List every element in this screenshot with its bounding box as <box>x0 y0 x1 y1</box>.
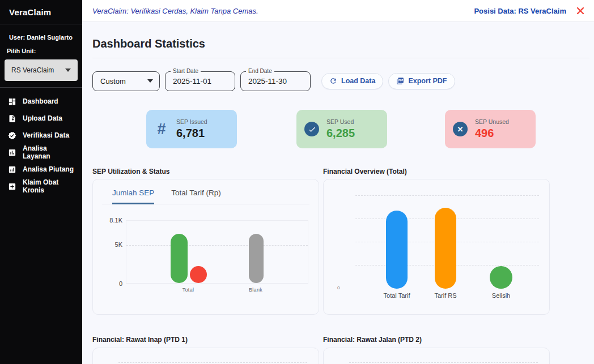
app-logo: VeraClaim <box>0 0 82 24</box>
gridline <box>118 362 307 363</box>
rawat-inap-card <box>92 348 319 364</box>
pdf-icon <box>396 77 404 85</box>
unit-select-label: Pilih Unit: <box>7 48 73 54</box>
divider <box>0 24 82 24</box>
section-title: SEP Utilization & Status <box>92 168 319 176</box>
sidebar-item-label: Klaim Obat Kronis <box>23 178 74 194</box>
file-upload-icon <box>8 114 16 123</box>
filter-row: Custom Start Date 2025-11-01 End Date 20… <box>92 70 589 92</box>
sidebar-item-label: Upload Data <box>23 114 62 122</box>
tab-total-tarif[interactable]: Total Tarif (Rp) <box>171 189 221 204</box>
x-label-total-tarif: Total Tarif <box>371 292 422 299</box>
chart-tabs: Jumlah SEP Total Tarif (Rp) <box>102 189 309 204</box>
data-position-label: Posisi Data: RS VeraClaim <box>474 7 566 15</box>
date-range-select[interactable]: Custom <box>92 71 160 91</box>
y-tick-zero: 0 <box>337 285 340 290</box>
sidebar-item-dashboard[interactable]: Dashboard <box>0 93 82 110</box>
x-label-selisih: Selisih <box>476 292 527 299</box>
stat-value: 496 <box>475 127 509 140</box>
y-tick: 5K <box>102 241 122 248</box>
export-pdf-label: Export PDF <box>408 77 447 85</box>
section-title: Financial: Rawat Inap (PTD 1) <box>92 336 319 344</box>
start-date-field[interactable]: Start Date 2025-11-01 <box>165 71 235 91</box>
fin-bar-0 <box>386 211 408 289</box>
main-content: Dashboard Statistics Custom Start Date 2… <box>82 22 594 364</box>
check-circle-icon <box>304 122 319 136</box>
section-title: Financial Overview (Total) <box>323 168 550 176</box>
section-title: Financial: Rawat Jalan (PTD 2) <box>323 336 550 344</box>
sidebar-item-analisa-piutang[interactable]: Analisa Piutang <box>0 161 82 178</box>
verified-badge-icon <box>8 131 16 140</box>
bar-sep-unused <box>190 266 207 283</box>
stat-card: ✕ SEP Unused 496 <box>445 110 536 148</box>
end-date-label: End Date <box>246 68 274 74</box>
sidebar-item-label: Analisa Layanan <box>23 144 74 160</box>
plot-area <box>126 220 308 284</box>
end-date-field[interactable]: End Date 2025-11-30 <box>240 71 311 91</box>
stat-label: SEP Unused <box>475 118 509 125</box>
gridline <box>355 195 539 196</box>
export-pdf-button[interactable]: Export PDF <box>388 73 455 89</box>
financial-overview-section: Financial Overview (Total) 0 Total Tarif… <box>323 168 550 315</box>
analytics-icon <box>8 165 16 174</box>
plot-area <box>355 196 539 289</box>
start-date-label: Start Date <box>171 68 201 74</box>
rawat-jalan-card <box>323 348 550 364</box>
load-data-label: Load Data <box>341 77 375 85</box>
x-label-blank: Blank <box>236 287 275 293</box>
divider <box>0 87 82 88</box>
sidebar-item-verifikasi-data[interactable]: Verifikasi Data <box>0 127 82 144</box>
bar-sep-used <box>171 234 188 283</box>
app-tagline: VeraClaim: Verifikasi Cerdas, Klaim Tanp… <box>92 7 258 15</box>
bar-blank <box>249 234 264 283</box>
unit-select[interactable]: RS VeraClaim <box>5 59 78 81</box>
x-label-total: Total <box>168 287 208 293</box>
sidebar-item-label: Dashboard <box>23 97 58 105</box>
sep-utilization-section: SEP Utilization & Status Jumlah SEP Tota… <box>92 168 319 315</box>
stat-value: 6,285 <box>326 127 355 140</box>
sep-chart: 8.1K 5K 0 Total Blank <box>102 215 309 298</box>
gridline <box>349 362 538 363</box>
dashboard-icon <box>8 97 16 106</box>
hash-icon: # <box>154 121 169 138</box>
x-circle-icon: ✕ <box>453 122 468 136</box>
x-label-tarif-rs: Tarif RS <box>420 292 471 299</box>
sidebar-item-klaim-obat-kronis[interactable]: Klaim Obat Kronis <box>0 178 82 195</box>
refresh-icon <box>329 77 337 85</box>
caret-down-icon <box>147 79 153 83</box>
sidebar-item-label: Analisa Piutang <box>23 165 74 173</box>
user-info: User: Daniel Sugiarto <box>9 34 73 41</box>
page-title: Dashboard Statistics <box>92 37 589 50</box>
sidebar-item-label: Verifikasi Data <box>23 131 69 139</box>
stat-label: SEP Issued <box>176 118 207 125</box>
load-data-button[interactable]: Load Data <box>321 73 383 89</box>
stat-label: SEP Used <box>326 118 355 125</box>
gridline-5k <box>126 245 308 246</box>
date-range-value: Custom <box>100 77 126 85</box>
top-bar: VeraClaim: Verifikasi Cerdas, Klaim Tanp… <box>82 0 594 22</box>
bar-chart-icon <box>8 148 16 157</box>
caret-down-icon <box>65 68 71 72</box>
stat-value: 6,781 <box>176 127 207 140</box>
rawat-inap-section: Financial: Rawat Inap (PTD 1) <box>92 336 319 364</box>
start-date-value: 2025-11-01 <box>173 77 211 85</box>
rawat-jalan-section: Financial: Rawat Jalan (PTD 2) <box>323 336 550 364</box>
end-date-value: 2025-11-30 <box>248 77 287 85</box>
sep-utilization-card: Jumlah SEP Total Tarif (Rp) 8.1K 5K 0 To… <box>92 179 319 315</box>
stat-cards-row: # SEP Issued 6,781 SEP Used 6,285 ✕ SEP … <box>92 110 589 148</box>
sidebar-nav: Dashboard Upload Data Verifikasi Data An… <box>0 93 82 195</box>
close-icon[interactable] <box>576 6 585 15</box>
add-box-icon <box>8 182 16 191</box>
stat-card: # SEP Issued 6,781 <box>146 110 237 148</box>
sidebar-item-analisa-layanan[interactable]: Analisa Layanan <box>0 144 82 161</box>
sidebar-item-upload-data[interactable]: Upload Data <box>0 110 82 127</box>
tab-jumlah-sep[interactable]: Jumlah SEP <box>112 189 154 204</box>
fin-bar-2 <box>490 266 512 289</box>
unit-select-value: RS VeraClaim <box>11 66 54 74</box>
divider <box>92 58 589 58</box>
fin-bar-1 <box>435 208 456 289</box>
y-tick: 0 <box>102 280 122 287</box>
financial-overview-card: 0 Total Tarif Tarif RS Selisih <box>323 179 550 315</box>
y-tick: 8.1K <box>102 217 122 224</box>
stat-card: SEP Used 6,285 <box>296 110 387 148</box>
